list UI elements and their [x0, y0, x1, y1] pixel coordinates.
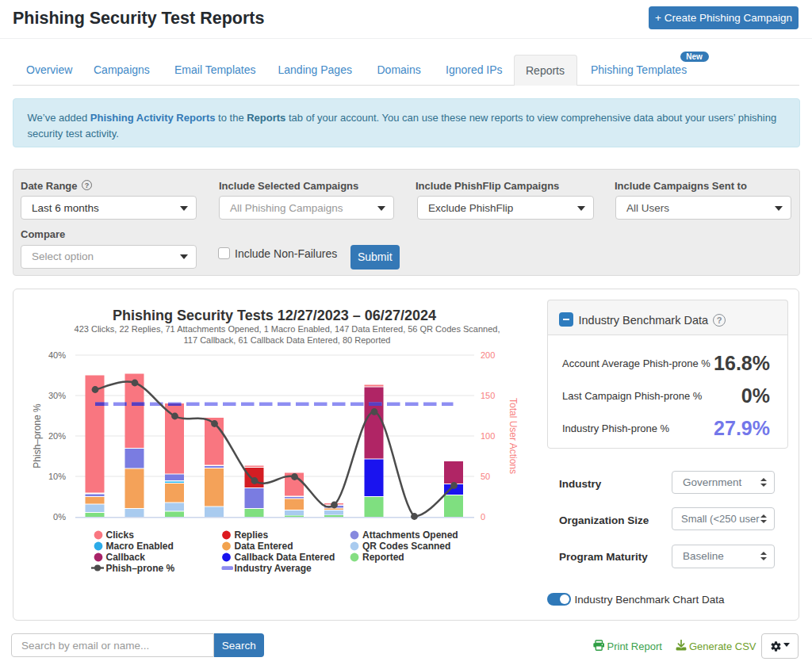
svg-text:200: 200	[481, 350, 495, 360]
svg-text:0: 0	[481, 512, 485, 522]
svg-text:117 Callback, 61 Callback Data: 117 Callback, 61 Callback Data Entered, …	[184, 335, 391, 345]
svg-text:150: 150	[481, 391, 495, 400]
svg-text:10%: 10%	[48, 472, 66, 481]
svg-text:Macro Enabled: Macro Enabled	[106, 541, 174, 552]
svg-text:Total User Actions: Total User Actions	[508, 398, 519, 474]
svg-text:Phishing Security Tests 12/27/: Phishing Security Tests 12/27/2023 – 06/…	[113, 308, 436, 323]
svg-text:Phish–prone %: Phish–prone %	[32, 403, 43, 468]
svg-text:0%: 0%	[53, 512, 66, 522]
svg-text:Attachments Opened: Attachments Opened	[362, 529, 458, 541]
svg-text:Data Entered: Data Entered	[235, 541, 293, 552]
svg-text:Phish–prone %: Phish–prone %	[106, 563, 175, 574]
svg-text:50: 50	[481, 472, 490, 481]
svg-text:Replies: Replies	[235, 529, 269, 541]
svg-text:Industry Average: Industry Average	[235, 563, 312, 574]
svg-text:QR Codes Scanned: QR Codes Scanned	[362, 541, 450, 552]
svg-text:Clicks: Clicks	[106, 529, 135, 541]
svg-text:Callback: Callback	[106, 552, 146, 563]
svg-text:Callback Data Entered: Callback Data Entered	[235, 552, 335, 563]
svg-text:30%: 30%	[48, 391, 66, 400]
svg-text:100: 100	[481, 431, 495, 441]
svg-text:423 Clicks, 22 Replies, 71 Att: 423 Clicks, 22 Replies, 71 Attachments O…	[75, 324, 500, 334]
svg-text:20%: 20%	[48, 431, 66, 441]
svg-text:40%: 40%	[48, 350, 66, 360]
svg-text:Reported: Reported	[362, 552, 404, 563]
